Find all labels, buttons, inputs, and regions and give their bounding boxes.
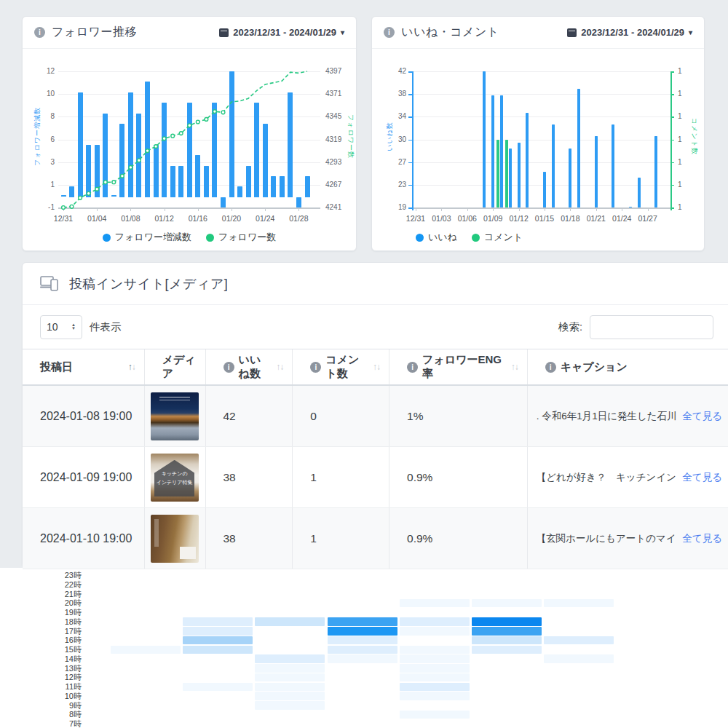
heatmap-cell: [328, 636, 397, 645]
axis-tick-mark: [467, 207, 468, 211]
legend-dot-icon: [416, 234, 424, 242]
caption-text: 【どれが好き？ キッチンインテ...: [537, 471, 677, 484]
chart-legend: フォロワー増減数フォロワー数: [23, 231, 356, 244]
caret-down-icon: ▾: [689, 28, 692, 36]
cell-post-date: 2024-01-10 19:00: [23, 508, 145, 569]
heatmap-cell: [111, 646, 181, 654]
x-axis-tick: 01/20: [215, 214, 248, 223]
legend-dot-icon: [472, 234, 480, 242]
heatmap-cell: [183, 683, 253, 692]
heatmap-hour-label: 12時: [0, 673, 82, 682]
heatmap-cell: [183, 636, 253, 645]
table-row: 2024-01-10 19:003810.9%【玄関ホールにもアートのマイン..…: [23, 508, 728, 569]
heatmap-cell: [183, 646, 253, 654]
date-range-picker[interactable]: 2023/12/31 - 2024/01/29 ▾: [567, 27, 692, 38]
heatmap-hour-label: 11時: [0, 682, 82, 692]
bar: [288, 92, 293, 197]
gridline: [410, 71, 673, 72]
y-axis-tick-right: 1: [678, 181, 682, 189]
sort-arrows-icon: ↑↓: [276, 362, 283, 372]
card-header: i いいね・コメント 2023/12/31 - 2024/01/29 ▾: [372, 17, 704, 49]
cell-media: キッチンのインテリア特集: [145, 447, 206, 507]
axis-tick-mark: [198, 207, 199, 211]
info-icon[interactable]: i: [223, 362, 234, 373]
column-header-4[interactable]: iコメント数↑↓: [293, 349, 389, 384]
legend-item[interactable]: コメント: [472, 231, 523, 244]
see-all-link[interactable]: 全て見る: [682, 471, 722, 484]
media-overlay-label: キッチンのインテリア特集: [154, 460, 194, 496]
info-icon[interactable]: i: [310, 362, 321, 373]
legend-item[interactable]: フォロワー増減数: [103, 231, 191, 244]
heatmap-cell: [400, 646, 470, 654]
kitchen-feature-photo[interactable]: キッチンのインテリア特集: [151, 454, 199, 502]
heatmap-cell: [400, 711, 470, 719]
axis-tick-mark: [416, 207, 416, 211]
info-icon[interactable]: i: [34, 27, 45, 38]
y-axis-line-right: [670, 71, 672, 210]
axis-tick-mark: [232, 207, 232, 211]
axis-tick-mark: [97, 207, 98, 211]
bar: [577, 89, 580, 207]
heatmap-hour-label: 14時: [0, 654, 82, 664]
page-size-select[interactable]: 10 ▲▼: [40, 315, 82, 339]
bar: [263, 124, 268, 197]
legend-item[interactable]: いいね: [416, 231, 457, 244]
x-axis-tick: 01/12: [149, 214, 181, 223]
x-axis-tick: 01/08: [114, 214, 146, 223]
likes-chart-plot: いいね数 コメント数 42138134130127123119112/3101/…: [372, 49, 704, 231]
y-axis-line-left: [412, 71, 414, 210]
column-header-5[interactable]: iフォロワーENG率↑↓: [389, 349, 528, 384]
entrance-hall-photo[interactable]: [151, 515, 199, 563]
bar: [526, 113, 529, 207]
heatmap-cell: [400, 664, 470, 673]
info-icon[interactable]: i: [545, 362, 556, 373]
bar: [612, 124, 614, 207]
column-label: メディア: [162, 353, 197, 381]
gridline: [410, 185, 673, 186]
y-axis-tick-left: 42: [380, 67, 406, 75]
x-axis-tick: 01/24: [249, 214, 281, 223]
cell-media: [145, 386, 206, 446]
heatmap-cell: [400, 599, 470, 608]
date-range-picker[interactable]: 2023/12/31 - 2024/01/29 ▾: [219, 27, 344, 38]
heatmap-cell: [328, 646, 397, 654]
y-axis-tick-right: 1: [678, 158, 682, 166]
column-header-3[interactable]: iいいね数↑↓: [206, 349, 293, 384]
axis-tick-mark: [265, 207, 266, 211]
axis-tick-mark: [130, 207, 131, 211]
night-house-photo[interactable]: [151, 392, 199, 440]
bar: [569, 149, 571, 207]
heatmap-cell: [183, 627, 253, 636]
column-header-1[interactable]: 投稿日↑↓: [23, 349, 145, 384]
bar: [61, 195, 66, 197]
page-size-label: 件表示: [90, 320, 122, 334]
column-header-2: メディア: [145, 349, 206, 384]
bar: [103, 114, 108, 197]
bar: [204, 166, 209, 197]
legend-item[interactable]: フォロワー数: [206, 231, 276, 244]
y-axis-tick-left: 38: [380, 90, 406, 98]
axis-tick-mark: [622, 207, 622, 211]
cell-likes: 42: [206, 386, 293, 446]
see-all-link[interactable]: 全て見る: [682, 532, 722, 545]
heatmap-hour-label: 21時: [0, 590, 82, 599]
sort-arrows-icon: ↑↓: [128, 362, 135, 372]
heatmap-cell: [328, 617, 397, 626]
heatmap-cell: [255, 664, 325, 673]
y-axis-tick-left: 27: [380, 158, 406, 166]
legend-label: フォロワー数: [218, 231, 276, 244]
bar: [229, 71, 234, 197]
info-icon[interactable]: i: [407, 362, 418, 373]
info-icon[interactable]: i: [384, 27, 395, 38]
bar: [78, 92, 83, 197]
axis-tick-mark: [596, 207, 597, 211]
y-axis-tick-left: 34: [380, 112, 406, 120]
see-all-link[interactable]: 全て見る: [682, 410, 722, 423]
heatmap-hour-label: 10時: [0, 692, 82, 701]
cell-caption: 【どれが好き？ キッチンインテ...全て見る: [528, 447, 728, 507]
x-axis-tick: 01/04: [81, 214, 113, 223]
bar: [221, 197, 226, 207]
search-input[interactable]: [590, 315, 713, 339]
cell-comments: 1: [293, 508, 389, 569]
bar: [195, 155, 200, 197]
